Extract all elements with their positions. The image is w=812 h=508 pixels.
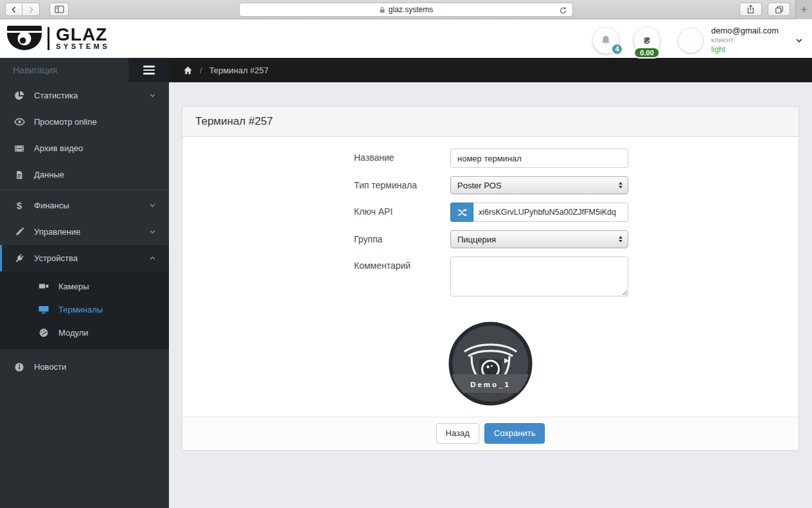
back-arrow-icon (10, 6, 18, 14)
sidebar-item-label: Терминалы (58, 305, 169, 314)
browser-right-buttons (739, 3, 790, 16)
new-tab-button[interactable]: + (795, 0, 812, 19)
form-row-group: Группа Пиццерия (182, 230, 799, 248)
reload-button[interactable] (558, 5, 568, 15)
tabs-icon (775, 5, 784, 14)
sidebar-item-data[interactable]: Данные (0, 161, 169, 188)
address-bar[interactable]: glaz.systems (239, 3, 573, 17)
sidebar-title: Навигация (0, 58, 128, 82)
sidebar-item-view-online[interactable]: Просмотр online (0, 109, 169, 135)
plug-icon (13, 253, 26, 264)
sidebar-item-label: Архив видео (34, 143, 156, 153)
notifications-button[interactable]: 4 (593, 28, 619, 53)
back-button[interactable]: Назад (436, 423, 479, 444)
plus-icon: + (801, 3, 808, 16)
sidebar-item-statistics[interactable]: Статистика (0, 82, 169, 109)
comment-textarea[interactable] (450, 257, 628, 296)
share-button[interactable] (739, 3, 762, 16)
sidebar-item-devices[interactable]: Устройства (0, 245, 169, 271)
sidebar-item-cameras[interactable]: Камеры (0, 275, 169, 298)
panel-header: Терминал #257 (182, 107, 799, 137)
pencil-icon (13, 227, 26, 237)
logo-subtitle: SYSTEMS (56, 42, 110, 50)
tab-overview-button[interactable] (768, 3, 790, 16)
type-label: Тип терминала (354, 176, 450, 194)
name-input[interactable] (450, 149, 628, 168)
lock-icon (379, 6, 385, 14)
sidebar-item-label: Камеры (58, 282, 169, 291)
bell-icon (600, 35, 612, 46)
gauge-icon (37, 327, 50, 338)
monitor-icon (37, 304, 50, 314)
sidebar-item-video-archive[interactable]: Архив видео (0, 135, 169, 161)
notification-count-badge: 4 (611, 43, 623, 55)
chevron-up-icon (149, 255, 156, 262)
terminal-form: Название Тип терминала Poster POS Ключ A… (182, 137, 799, 417)
sidebar-item-label: Статистика (34, 91, 149, 100)
select-stepper-icon (619, 236, 622, 243)
home-icon[interactable] (183, 66, 193, 75)
breadcrumb-current: Терминал #257 (209, 66, 269, 75)
dome-camera-logo-icon (6, 25, 42, 52)
select-stepper-icon (619, 182, 622, 189)
info-icon (13, 362, 26, 372)
user-info[interactable]: demo@gmail.com клиент light (711, 26, 779, 55)
form-row-comment: Комментарий (182, 257, 799, 299)
sidebar-item-label: Финансы (34, 201, 149, 210)
user-role: клиент (711, 36, 779, 45)
user-menu-chevron[interactable] (795, 37, 803, 44)
shuffle-icon (457, 208, 467, 217)
sidebar-item-label: Новости (34, 362, 156, 372)
regenerate-key-button[interactable] (450, 203, 473, 222)
balance-button[interactable]: ₴ 0.00 (634, 28, 660, 53)
app-logo[interactable]: GLAZ SYSTEMS (6, 25, 110, 52)
browser-sidebar-toggle-button[interactable] (49, 3, 69, 16)
browser-back-button[interactable] (5, 3, 22, 16)
terminal-type-select[interactable]: Poster POS (450, 176, 628, 194)
sidebar-collapse-button[interactable] (128, 58, 169, 82)
sidebar-item-label: Просмотр online (34, 117, 156, 127)
forward-arrow-icon (27, 6, 35, 14)
save-button[interactable]: Сохранить (484, 423, 545, 444)
api-key-input[interactable] (473, 203, 628, 222)
user-theme: light (711, 45, 779, 55)
app-header: GLAZ SYSTEMS 4 ₴ 0.00 demo@gmail.com кли… (0, 19, 812, 58)
page-title: Терминал #257 (195, 115, 273, 127)
sidebar-item-label: Управление (34, 227, 149, 237)
sidebar-item-terminals[interactable]: Терминалы (0, 298, 169, 321)
eye-icon (13, 116, 26, 127)
user-avatar[interactable] (678, 28, 703, 53)
sidebar-item-label: Устройства (34, 253, 149, 263)
currency-icon: ₴ (644, 35, 650, 46)
film-icon (13, 143, 26, 154)
camera-avatar[interactable]: Demo_1 (448, 321, 533, 406)
camera-name-label: Demo_1 (470, 381, 511, 388)
sidebar-panel-icon (55, 5, 64, 14)
terminal-type-value: Poster POS (457, 181, 619, 190)
sidebar-item-finance[interactable]: $ Финансы (0, 192, 169, 219)
hamburger-icon (143, 66, 155, 68)
api-key-label: Ключ API (354, 203, 450, 222)
sidebar-item-management[interactable]: Управление (0, 219, 169, 245)
breadcrumb-separator: / (200, 66, 202, 75)
share-icon (746, 5, 755, 14)
breadcrumb: / Терминал #257 (169, 58, 812, 82)
main-content: Терминал #257 Название Тип терминала Pos… (169, 82, 812, 508)
form-row-api-key: Ключ API (182, 203, 799, 222)
terminal-panel: Терминал #257 Название Тип терминала Pos… (182, 106, 799, 451)
reload-icon (559, 6, 567, 15)
sidebar-item-news[interactable]: Новости (0, 354, 169, 380)
sidebar-item-modules[interactable]: Модули (0, 321, 169, 344)
chevron-down-icon (149, 92, 156, 99)
user-email: demo@gmail.com (711, 26, 779, 36)
chevron-down-icon (149, 202, 156, 209)
header-right: 4 ₴ 0.00 demo@gmail.com клиент light (593, 26, 803, 55)
url-text: glaz.systems (389, 5, 433, 14)
video-camera-icon (37, 281, 50, 291)
sidebar-header: Навигация (0, 58, 169, 82)
logo-title: GLAZ (56, 27, 110, 42)
browser-chrome: glaz.systems + (0, 0, 812, 19)
browser-forward-button[interactable] (22, 3, 40, 16)
group-select[interactable]: Пиццерия (450, 230, 628, 248)
logo-text: GLAZ SYSTEMS (56, 27, 110, 50)
